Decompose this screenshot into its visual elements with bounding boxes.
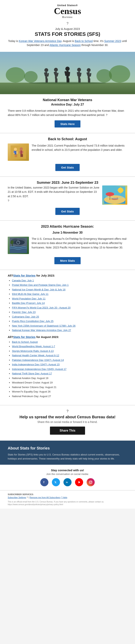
svg-text:f: f: [43, 481, 44, 484]
hurricane-thumbnail: [8, 237, 29, 254]
list-item: National Petroleum Day: August 27: [12, 394, 127, 398]
intro-text-3: time. It's: [93, 40, 104, 42]
help-link[interactable]: ? Help: [61, 496, 67, 498]
linkedin-icon[interactable]: in: [63, 478, 72, 486]
list-item-link[interactable]: Indonesian Independence Day (1945): Augu…: [12, 368, 67, 370]
hurricane-text: The U.S. Census Bureau?s OnTheMap for Em…: [32, 237, 127, 250]
svg-rect-49: [22, 154, 23, 157]
header-question-mark: ?: [8, 22, 127, 26]
korean-war-subtitle: Armistice Day: July 27: [8, 103, 127, 106]
svg-rect-1: [0, 82, 135, 94]
svg-point-52: [118, 188, 123, 193]
list-item[interactable]: World Population Day: July 11: [12, 297, 127, 300]
svg-rect-46: [19, 151, 21, 154]
list-item-link[interactable]: Postal Worker Day and Postage Stamp Day:…: [12, 284, 69, 286]
list-item-link[interactable]: India Independence Day (1947): August 15: [12, 363, 60, 366]
svg-rect-68: [10, 246, 27, 253]
svg-text:𝕏: 𝕏: [54, 481, 57, 484]
share-this-button[interactable]: Share This: [50, 426, 85, 435]
list-item-link[interactable]: Canada Day: July 1: [12, 279, 34, 282]
list-item-link[interactable]: World Population Day: July 11: [12, 297, 46, 300]
list-item[interactable]: National Health Center Week: August 6-12: [12, 354, 127, 358]
twitter-icon[interactable]: 𝕏: [52, 478, 60, 486]
list-item[interactable]: Pakistan Independence Day (1947): August…: [12, 358, 127, 362]
list-item[interactable]: National Ice Cream Month & Day: July & J…: [12, 288, 127, 292]
korean-war-title: National Korean War Veterans: [8, 98, 127, 102]
july-stats-for-stories-link[interactable]: Stats for Stories: [13, 274, 36, 277]
list-item[interactable]: Puerto Rico Constitution Day: July 25: [12, 319, 127, 323]
svg-point-44: [20, 147, 23, 150]
list-item[interactable]: World Breastfeeding Week: August 1-7: [12, 344, 127, 348]
list-item[interactable]: Indonesian Independence Day (1945): Augu…: [12, 367, 127, 371]
list-item-link[interactable]: National Ice Cream Month & Day: July & J…: [12, 288, 65, 291]
august-title-prefix: All?: [8, 335, 13, 338]
stats-here-button[interactable]: Stats Here: [55, 120, 80, 128]
list-item[interactable]: National Korean War Veterans Armistice D…: [12, 328, 127, 332]
list-item[interactable]: Culinarians Day: July 25: [12, 315, 127, 319]
list-item[interactable]: New York 235th Anniversary of Statehood …: [12, 324, 127, 328]
list-item[interactable]: Back to School: August: [12, 340, 127, 344]
svg-rect-35: [89, 78, 90, 82]
summer-link[interactable]: Summer 2023: [104, 40, 121, 42]
list-item-link[interactable]: World Breastfeeding Week: August 1-7: [12, 345, 55, 348]
korean-war-link[interactable]: Korean War Veterans Armistice Day: [19, 40, 62, 42]
list-item-link[interactable]: FIFA Women?s World Cup 2023: July 20 - A…: [12, 306, 71, 309]
list-item-link[interactable]: National Thrift Store Day: August 17: [12, 372, 52, 375]
list-item-link[interactable]: Bastille Day (France): July 14: [12, 302, 45, 304]
footer-settings-q: ?: [27, 496, 28, 498]
back-to-school-text: The October 2021 Current Population Surv…: [32, 144, 127, 152]
share-question-mark: ?: [8, 409, 127, 413]
list-item-link[interactable]: National Health Center Week: August 6-12: [12, 354, 59, 357]
korean-war-memorial-svg: [0, 52, 135, 94]
august-stats-for-stories-link[interactable]: Stats for Stories: [13, 335, 36, 338]
facebook-icon[interactable]: f: [40, 478, 48, 486]
svg-rect-48: [21, 154, 22, 157]
july-list-title: All?Stats for Stories for July 2023:: [8, 274, 127, 277]
manage-link[interactable]: Subscriber Settings: [8, 496, 26, 498]
list-item[interactable]: India Independence Day (1947): August 15: [12, 363, 127, 366]
list-item[interactable]: Sturgis Motorcycle Rally: August 4-13: [12, 349, 127, 353]
list-item-link[interactable]: New York 235th Anniversary of Statehood …: [12, 324, 76, 327]
hero-image: [0, 52, 135, 94]
list-item-link[interactable]: Parents' Day: July 23: [12, 311, 36, 314]
instagram-icon[interactable]: [87, 478, 95, 486]
social-section: Stay connected with us! Join the convers…: [0, 465, 135, 490]
summer-section: Summer 2023: June 21-September 23 In the…: [0, 177, 135, 220]
svg-rect-37: [11, 146, 26, 159]
list-item-link[interactable]: Sturgis Motorcycle Rally: August 4-13: [12, 350, 54, 352]
footer-links: Subscriber Settings ? | Remove me from A…: [8, 496, 127, 498]
remove-link[interactable]: Remove me from All Subscribers: [30, 496, 61, 498]
summer-title: Summer 2023: June 21-September 23: [8, 181, 127, 185]
main-title: STATS FOR STORIES (SFS): [8, 31, 127, 37]
get-stats-button-summer[interactable]: Get Stats: [55, 208, 80, 215]
list-item-link[interactable]: Puerto Rico Constitution Day: July 25: [12, 320, 53, 322]
intro-text-5: through November 30.: [81, 44, 108, 46]
list-item[interactable]: 93rd MLB All-Star Game: July 11: [12, 292, 127, 296]
list-item-link[interactable]: 93rd MLB All-Star Game: July 11: [12, 292, 48, 296]
back-to-school-link[interactable]: Back to School: [75, 40, 93, 42]
back-to-school-title: Back to School: August: [8, 137, 127, 141]
list-item-link[interactable]: Pakistan Independence Day (1947): August…: [12, 358, 64, 362]
get-stats-button-school[interactable]: Get Stats: [55, 164, 80, 171]
more-stats-button[interactable]: More Stats: [54, 257, 81, 264]
intro-text: Today is Korean War Veterans Armistice D…: [8, 39, 127, 47]
youtube-icon[interactable]: [75, 478, 83, 486]
list-item[interactable]: Postal Worker Day and Postage Stamp Day:…: [12, 283, 127, 287]
hurricane-subtitle: June 1-November 30: [8, 231, 127, 234]
svg-point-4: [24, 71, 38, 82]
list-item-link[interactable]: Culinarians Day: July 25: [12, 315, 39, 318]
summer-thumbnail: [102, 186, 127, 205]
logo-census: Census: [54, 7, 81, 16]
list-item[interactable]: Bastille Day (France): July 14: [12, 301, 127, 305]
list-item[interactable]: National Thrift Store Day: August 17: [12, 372, 127, 376]
hurricane-link[interactable]: Atlantic Hurricane Season: [50, 44, 81, 46]
list-item[interactable]: Parents' Day: July 23: [12, 310, 127, 314]
hurricane-title: 2023 Atlantic Hurricane Season:: [8, 224, 127, 228]
list-item[interactable]: Canada Day: July 1: [12, 279, 127, 282]
july-stats-section: All?Stats for Stories for July 2023: Can…: [0, 270, 135, 406]
list-item-link[interactable]: Back to School: August: [12, 340, 38, 344]
list-item-link[interactable]: National Korean War Veterans Armistice D…: [12, 329, 71, 332]
about-section: About Stats for Stories Stats for Storie…: [0, 441, 135, 465]
list-item[interactable]: FIFA Women?s World Cup 2023: July 20 - A…: [12, 306, 127, 310]
svg-point-24: [77, 68, 81, 72]
